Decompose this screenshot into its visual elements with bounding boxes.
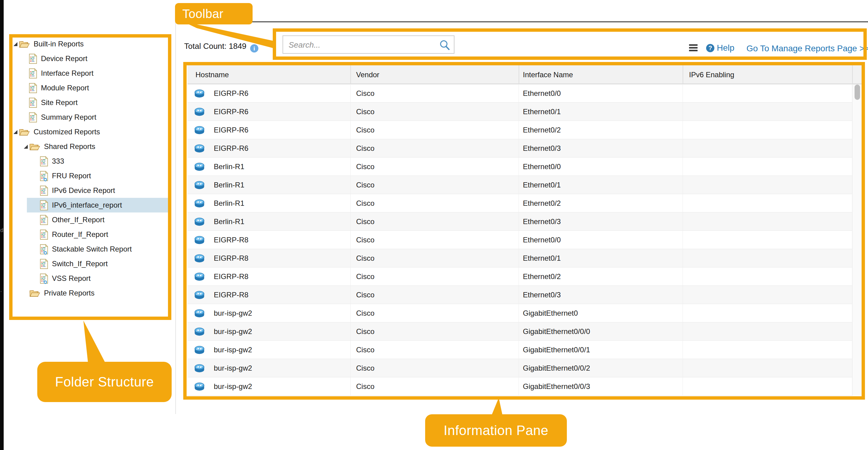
- cell-hostname: Berlin-R1: [214, 158, 244, 175]
- tree-item[interactable]: Site Report: [4, 95, 183, 110]
- cell-vendor: Cisco: [356, 231, 374, 249]
- tree-item-label: IPv6_interface_report: [52, 198, 122, 213]
- tree-item[interactable]: Customized Reports: [4, 125, 183, 139]
- cell-hostname: EIGRP-R8: [214, 231, 248, 249]
- cell-hostname: bur-isp-gw2: [214, 359, 252, 377]
- tree-item[interactable]: 333: [4, 154, 183, 168]
- tree-item[interactable]: IPv6 Device Report: [4, 183, 183, 198]
- tree-item[interactable]: Summary Report: [4, 110, 183, 125]
- tree-item[interactable]: IPv6_interface_report: [4, 198, 183, 213]
- table-row[interactable]: Berlin-R1CiscoEthernet0/3: [188, 213, 852, 231]
- table-row[interactable]: bur-isp-gw2CiscoGigabitEthernet0/0/3: [188, 377, 852, 396]
- table-row[interactable]: Berlin-R1CiscoEthernet0/2: [188, 194, 852, 213]
- cell-vendor: Cisco: [356, 267, 374, 285]
- report-icon: [29, 83, 37, 93]
- column-header-ipv6[interactable]: IPv6 Enabling: [689, 65, 734, 84]
- cell-interface: GigabitEthernet0/0/1: [523, 341, 590, 359]
- router-icon: [194, 290, 205, 300]
- information-pane-callout: Information Pane: [425, 414, 567, 447]
- table-row[interactable]: bur-isp-gw2CiscoGigabitEthernet0/0/2: [188, 359, 852, 377]
- cell-vendor: Cisco: [356, 304, 374, 322]
- table-row[interactable]: EIGRP-R6CiscoEthernet0/3: [188, 139, 852, 158]
- column-header-vendor[interactable]: Vendor: [356, 65, 379, 84]
- tree-item-label: Built-in Reports: [34, 37, 84, 51]
- tree-item-label: Module Report: [41, 81, 89, 95]
- question-icon: ?: [706, 44, 714, 52]
- table-row[interactable]: EIGRP-R8CiscoEthernet0/3: [188, 286, 852, 304]
- cell-hostname: bur-isp-gw2: [214, 322, 252, 341]
- tree-item[interactable]: QFRU Report: [4, 168, 183, 183]
- expander-icon[interactable]: [13, 42, 18, 46]
- router-icon: [194, 217, 205, 227]
- svg-text:Q: Q: [43, 177, 47, 181]
- table-row[interactable]: EIGRP-R8CiscoEthernet0/0: [188, 231, 852, 249]
- cell-interface: Ethernet0/3: [523, 286, 561, 304]
- vertical-scrollbar[interactable]: [852, 84, 862, 396]
- tree-item[interactable]: Module Report: [4, 81, 183, 95]
- table-row[interactable]: EIGRP-R6CiscoEthernet0/0: [188, 84, 852, 103]
- tree-item[interactable]: Router_If_Report: [4, 227, 183, 242]
- cell-interface: Ethernet0/2: [523, 194, 561, 212]
- cell-hostname: EIGRP-R8: [214, 267, 248, 285]
- cell-vendor: Cisco: [356, 249, 374, 267]
- expander-icon[interactable]: [13, 130, 18, 134]
- edge-artifact: .: [0, 287, 2, 293]
- search-icon[interactable]: [439, 39, 451, 51]
- cell-vendor: Cisco: [356, 377, 374, 395]
- column-header-hostname[interactable]: Hostname: [195, 65, 229, 84]
- tree-item[interactable]: Switch_If_Report: [4, 256, 183, 271]
- header-column-divider: [683, 65, 683, 84]
- query-report-icon: Q: [40, 273, 48, 284]
- report-icon: [40, 200, 48, 211]
- report-icon: [29, 112, 37, 123]
- cell-vendor: Cisco: [356, 359, 374, 377]
- table-row[interactable]: Berlin-R1CiscoEthernet0/1: [188, 176, 852, 194]
- table-row[interactable]: bur-isp-gw2CiscoGigabitEthernet0/0/0: [188, 322, 852, 341]
- cell-vendor: Cisco: [356, 322, 374, 341]
- cell-interface: Ethernet0/2: [523, 267, 561, 285]
- tree-item[interactable]: Device Report: [4, 51, 183, 66]
- tree-item[interactable]: Shared Reports: [4, 139, 183, 154]
- table-body: EIGRP-R6CiscoEthernet0/0 EIGRP-R6CiscoEt…: [188, 84, 852, 396]
- table-row[interactable]: EIGRP-R6CiscoEthernet0/1: [188, 103, 852, 121]
- cell-vendor: Cisco: [356, 139, 374, 157]
- help-button[interactable]: ? Help: [706, 43, 735, 53]
- table-row[interactable]: bur-isp-gw2CiscoGigabitEthernet0: [188, 304, 852, 322]
- folder-structure-callout: Folder Structure: [37, 362, 172, 402]
- info-icon[interactable]: i: [250, 44, 258, 53]
- report-icon: [40, 156, 48, 167]
- table-row[interactable]: EIGRP-R6CiscoEthernet0/2: [188, 121, 852, 139]
- router-icon: [194, 309, 205, 318]
- router-icon: [194, 327, 205, 336]
- cell-hostname: EIGRP-R6: [214, 139, 248, 157]
- tree-item-label: Site Report: [41, 95, 78, 110]
- table-row[interactable]: Berlin-R1CiscoEthernet0/0: [188, 158, 852, 176]
- cell-interface: Ethernet0/0: [523, 158, 561, 175]
- search-input[interactable]: [283, 36, 442, 54]
- tree-item[interactable]: QStackable Switch Report: [4, 242, 183, 256]
- router-icon: [194, 107, 205, 117]
- tree-item[interactable]: QVSS Report: [4, 271, 183, 286]
- tree-item-label: Interface Report: [41, 66, 93, 81]
- tree-item[interactable]: Interface Report: [4, 66, 183, 81]
- tree-item[interactable]: Private Reports: [4, 286, 183, 300]
- header-column-divider: [350, 65, 351, 84]
- vertical-scrollbar-thumb[interactable]: [855, 85, 860, 100]
- search-box: [282, 35, 455, 54]
- tree-item[interactable]: Other_If_Report: [4, 213, 183, 227]
- toolbar-callout: Toolbar: [175, 3, 253, 25]
- tree-item-label: Customized Reports: [34, 125, 100, 139]
- cell-interface: GigabitEthernet0: [523, 304, 578, 322]
- table-row[interactable]: EIGRP-R8CiscoEthernet0/2: [188, 267, 852, 286]
- tree-item-label: Private Reports: [44, 286, 94, 300]
- tree-item[interactable]: Built-in Reports: [4, 37, 183, 51]
- router-icon: [194, 382, 205, 391]
- expander-icon[interactable]: [24, 145, 28, 149]
- router-icon: [194, 199, 205, 208]
- table-row[interactable]: EIGRP-R8CiscoEthernet0/1: [188, 249, 852, 267]
- table-row[interactable]: bur-isp-gw2CiscoGigabitEthernet0/0/1: [188, 341, 852, 359]
- menu-icon[interactable]: [689, 44, 698, 53]
- manage-reports-link[interactable]: Go To Manage Reports Page >>: [746, 44, 868, 54]
- tree-item-label: IPv6 Device Report: [52, 183, 115, 198]
- column-header-interface[interactable]: Interface Name: [523, 65, 573, 84]
